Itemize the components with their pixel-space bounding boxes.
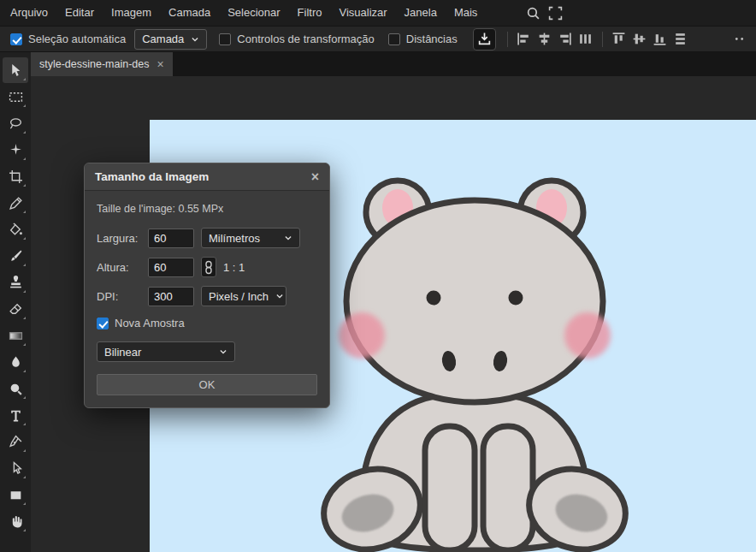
hippo-illustration: [312, 171, 637, 552]
download-icon: [477, 32, 492, 46]
gradient-tool[interactable]: [3, 323, 28, 348]
align-top-icon[interactable]: [609, 29, 629, 50]
menu-mais[interactable]: Mais: [446, 0, 486, 26]
menu-imagem[interactable]: Imagem: [103, 0, 160, 26]
height-input[interactable]: [148, 258, 194, 277]
width-input[interactable]: [148, 229, 194, 248]
options-bar: Seleção automática Camada Controlos de t…: [0, 26, 756, 52]
document-tab-title: style-dessine-main-des: [39, 58, 150, 70]
distribute-h-icon[interactable]: [576, 29, 596, 50]
tool-bar: [0, 52, 31, 552]
width-unit-value: Milímetros: [209, 232, 260, 245]
align-left-icon[interactable]: [514, 29, 535, 50]
menu-arquivo[interactable]: Arquivo: [2, 0, 56, 26]
clone-stamp-tool[interactable]: [3, 270, 28, 295]
brush-tool[interactable]: [3, 243, 28, 269]
eyedropper-tool[interactable]: [3, 190, 28, 216]
resample-method-value: Bilinear: [104, 346, 141, 359]
menu-filtro[interactable]: Filtro: [289, 0, 331, 26]
image-size-dialog: Tamanho da Imagem × Taille de l'image: 0…: [84, 163, 330, 408]
close-dialog-icon[interactable]: ×: [311, 169, 319, 185]
lasso-tool[interactable]: [3, 110, 28, 136]
chevron-down-icon: [284, 234, 292, 242]
align-bottom-icon[interactable]: [650, 29, 670, 50]
distribute-v-icon[interactable]: [670, 29, 691, 50]
paint-bucket-tool[interactable]: [3, 217, 28, 242]
blur-tool[interactable]: [3, 349, 28, 375]
dpi-unit-select[interactable]: Pixels / Inch: [201, 286, 286, 306]
pen-tool[interactable]: [3, 429, 28, 454]
place-image-button[interactable]: [473, 28, 496, 50]
document-tab-bar: style-dessine-main-des ×: [31, 52, 756, 76]
image-size-info: Taille de l'image: 0.55 MPx: [97, 203, 317, 215]
menu-selecionar[interactable]: Selecionar: [219, 0, 288, 26]
align-middle-icon[interactable]: [629, 29, 650, 50]
transform-controls-label: Controlos de transformação: [237, 33, 374, 45]
height-row: Altura: 1 : 1: [97, 257, 317, 277]
dpi-row: DPI: Pixels / Inch: [97, 286, 317, 306]
magic-wand-tool[interactable]: [3, 137, 28, 163]
menu-visualizar[interactable]: Visualizar: [330, 0, 395, 26]
auto-select-checkbox[interactable]: [10, 33, 22, 45]
chain-link-icon: [204, 260, 214, 275]
layer-target-select[interactable]: Camada: [134, 29, 207, 50]
menu-editar[interactable]: Editar: [56, 0, 103, 26]
chevron-down-icon: [191, 35, 199, 44]
chevron-down-icon: [275, 292, 284, 300]
transform-controls-option[interactable]: Controlos de transformação: [219, 33, 374, 45]
marquee-select-tool[interactable]: [3, 84, 28, 110]
more-options-icon[interactable]: [729, 29, 749, 50]
auto-select-label: Seleção automática: [28, 33, 126, 45]
close-tab-icon[interactable]: ×: [157, 58, 164, 70]
divider: [602, 32, 603, 47]
hand-tool[interactable]: [3, 508, 28, 534]
ok-button[interactable]: OK: [97, 374, 317, 395]
width-row: Largura: Milímetros: [97, 228, 317, 248]
dpi-label: DPI:: [97, 290, 141, 303]
layer-target-value: Camada: [142, 33, 184, 45]
menu-bar: Arquivo Editar Imagem Camada Selecionar …: [0, 0, 756, 26]
resample-label: Nova Amostra: [115, 317, 185, 329]
width-unit-select[interactable]: Milímetros: [201, 228, 300, 248]
link-dimensions-button[interactable]: [201, 257, 216, 277]
menu-janela[interactable]: Janela: [396, 0, 446, 26]
dpi-unit-value: Pixels / Inch: [209, 290, 269, 303]
transform-controls-checkbox[interactable]: [219, 33, 231, 45]
height-label: Altura:: [97, 261, 141, 274]
menu-camada[interactable]: Camada: [160, 0, 219, 26]
resample-option[interactable]: Nova Amostra: [97, 317, 185, 329]
resample-checkbox[interactable]: [97, 318, 109, 329]
distances-label: Distâncias: [406, 33, 458, 45]
search-icon[interactable]: [522, 2, 544, 24]
path-select-tool[interactable]: [3, 455, 28, 481]
divider: [507, 32, 508, 47]
dodge-tool[interactable]: [3, 376, 28, 401]
dialog-title: Tamanho da Imagem: [95, 170, 209, 183]
chevron-down-icon: [219, 347, 227, 356]
align-right-icon[interactable]: [555, 29, 576, 50]
eraser-tool[interactable]: [3, 296, 28, 322]
distances-checkbox[interactable]: [388, 33, 400, 45]
document-tab[interactable]: style-dessine-main-des ×: [31, 52, 173, 76]
resample-method-select[interactable]: Bilinear: [97, 341, 235, 362]
move-tool[interactable]: [3, 57, 28, 83]
crop-tool[interactable]: [3, 163, 28, 189]
auto-select-option[interactable]: Seleção automática: [10, 33, 126, 45]
fullscreen-icon[interactable]: [544, 2, 566, 24]
type-tool[interactable]: [3, 402, 28, 428]
rectangle-shape-tool[interactable]: [3, 482, 28, 507]
distances-option[interactable]: Distâncias: [388, 33, 458, 45]
dialog-title-bar[interactable]: Tamanho da Imagem ×: [85, 163, 329, 191]
align-center-h-icon[interactable]: [535, 29, 555, 50]
aspect-ratio-text: 1 : 1: [223, 261, 245, 274]
width-label: Largura:: [97, 232, 141, 245]
dpi-input[interactable]: [148, 287, 194, 306]
